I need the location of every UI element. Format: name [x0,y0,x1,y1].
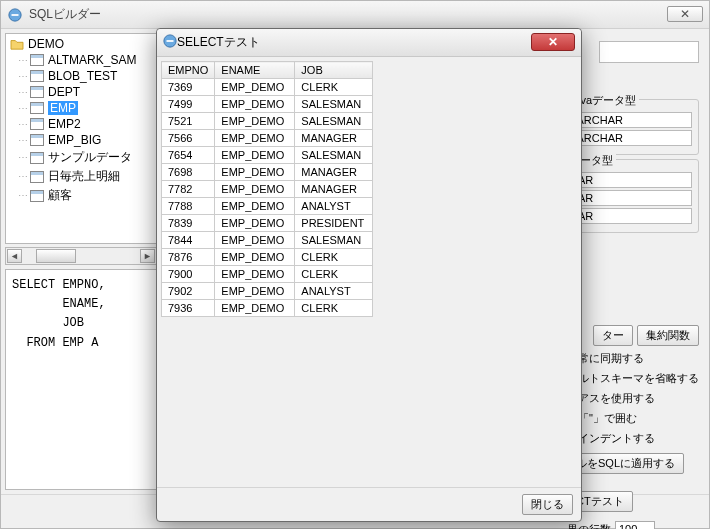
java-type-row: VARCHAR [566,130,692,146]
tree-node[interactable]: ⋯EMP [8,100,154,116]
right-options: を常に同期する ォルトスキーマを省略する リアスを使用する を「"」で囲む をイ… [567,351,699,529]
cell: EMP_DEMO [215,215,295,232]
cell: 7936 [162,300,215,317]
cell: MANAGER [295,130,373,147]
table-row[interactable]: 7369EMP_DEMOCLERK [162,79,373,96]
table-row[interactable]: 7566EMP_DEMOMANAGER [162,130,373,147]
right-buttons: ター 集約関数 [593,325,699,346]
table-row[interactable]: 7499EMP_DEMOSALESMAN [162,96,373,113]
table-icon [30,152,44,164]
main-titlebar[interactable]: SQLビルダー ✕ [1,1,709,29]
close-icon: ✕ [680,7,690,21]
java-type-row: VARCHAR [566,112,692,128]
rows-label: 果の行数 [567,522,611,530]
tree-branch-icon: ⋯ [18,87,26,98]
table-row[interactable]: 7900EMP_DEMOCLERK [162,266,373,283]
data-type-row: HAR [566,172,692,188]
cell: EMP_DEMO [215,232,295,249]
tree-node[interactable]: ⋯ALTMARK_SAM [8,52,154,68]
folder-icon [10,38,24,50]
table-icon [30,134,44,146]
cell: EMP_DEMO [215,79,295,96]
tree-hscroll[interactable]: ◄ ► [5,247,157,265]
main-close-button[interactable]: ✕ [667,6,703,22]
tree-node[interactable]: ⋯顧客 [8,186,154,205]
cell: PRESIDENT [295,215,373,232]
cell: EMP_DEMO [215,283,295,300]
cell: EMP_DEMO [215,147,295,164]
table-row[interactable]: 7654EMP_DEMOSALESMAN [162,147,373,164]
dialog-titlebar[interactable]: SELECTテスト ✕ [157,29,581,57]
dialog-close-button[interactable]: ✕ [531,33,575,51]
result-grid[interactable]: EMPNO ENAME JOB 7369EMP_DEMOCLERK7499EMP… [161,61,373,317]
table-row[interactable]: 7902EMP_DEMOANALYST [162,283,373,300]
aggregate-button[interactable]: 集約関数 [637,325,699,346]
data-type-row: HAR [566,208,692,224]
schema-tree[interactable]: DEMO ⋯ALTMARK_SAM⋯BLOB_TEST⋯DEPT⋯EMP⋯EMP… [5,33,157,244]
cell: EMP_DEMO [215,249,295,266]
cell: 7839 [162,215,215,232]
dialog-icon [163,34,177,51]
table-row[interactable]: 7782EMP_DEMOMANAGER [162,181,373,198]
cell: CLERK [295,266,373,283]
cell: EMP_DEMO [215,198,295,215]
table-row[interactable]: 7936EMP_DEMOCLERK [162,300,373,317]
tree-branch-icon: ⋯ [18,171,26,182]
tree-branch-icon: ⋯ [18,103,26,114]
star-button[interactable]: ター [593,325,633,346]
tree-node[interactable]: ⋯日毎売上明細 [8,167,154,186]
rows-setting: 果の行数 100 [567,521,655,529]
cell: 7844 [162,232,215,249]
cell: 7782 [162,181,215,198]
main-title: SQLビルダー [29,6,101,23]
dialog-close-text-button[interactable]: 閉じる [522,494,573,515]
tree-root[interactable]: DEMO [8,36,154,52]
cell: ANALYST [295,283,373,300]
table-row[interactable]: 7788EMP_DEMOANALYST [162,198,373,215]
tree-branch-icon: ⋯ [18,119,26,130]
tree-node[interactable]: ⋯DEPT [8,84,154,100]
tree-branch-icon: ⋯ [18,55,26,66]
cell: CLERK [295,79,373,96]
tree-branch-icon: ⋯ [18,135,26,146]
tree-branch-icon: ⋯ [18,71,26,82]
tree-node-label: DEPT [48,85,80,99]
tree-node[interactable]: ⋯BLOB_TEST [8,68,154,84]
cell: EMP_DEMO [215,164,295,181]
close-icon: ✕ [548,35,558,49]
cell: 7902 [162,283,215,300]
app-icon [7,7,23,23]
table-row[interactable]: 7839EMP_DEMOPRESIDENT [162,215,373,232]
table-row[interactable]: 7521EMP_DEMOSALESMAN [162,113,373,130]
rows-input[interactable]: 100 [615,521,655,529]
table-row[interactable]: 7876EMP_DEMOCLERK [162,249,373,266]
tree-node[interactable]: ⋯EMP_BIG [8,132,154,148]
top-right-input[interactable] [599,41,699,63]
tree-node-label: 日毎売上明細 [48,168,120,185]
cell: 7369 [162,79,215,96]
scroll-left-icon[interactable]: ◄ [7,249,22,263]
scroll-thumb[interactable] [36,249,76,263]
col-empno[interactable]: EMPNO [162,62,215,79]
col-ename[interactable]: ENAME [215,62,295,79]
table-icon [30,118,44,130]
option-schema[interactable]: ォルトスキーマを省略する [567,371,699,386]
cell: ANALYST [295,198,373,215]
cell: 7566 [162,130,215,147]
dialog-title: SELECTテスト [177,34,260,51]
scroll-right-icon[interactable]: ► [140,249,155,263]
tree-node[interactable]: ⋯サンプルデータ [8,148,154,167]
tree-branch-icon: ⋯ [18,152,26,163]
tree-node[interactable]: ⋯EMP2 [8,116,154,132]
tree-node-label: EMP_BIG [48,133,101,147]
col-job[interactable]: JOB [295,62,373,79]
cell: EMP_DEMO [215,130,295,147]
data-type-row: HAR [566,190,692,206]
cell: CLERK [295,249,373,266]
tree-nodes: ⋯ALTMARK_SAM⋯BLOB_TEST⋯DEPT⋯EMP⋯EMP2⋯EMP… [8,52,154,205]
table-icon [30,54,44,66]
cell: 7788 [162,198,215,215]
table-row[interactable]: 7698EMP_DEMOMANAGER [162,164,373,181]
table-row[interactable]: 7844EMP_DEMOSALESMAN [162,232,373,249]
apply-sql-button[interactable]: ルをSQLに適用する [567,453,684,474]
